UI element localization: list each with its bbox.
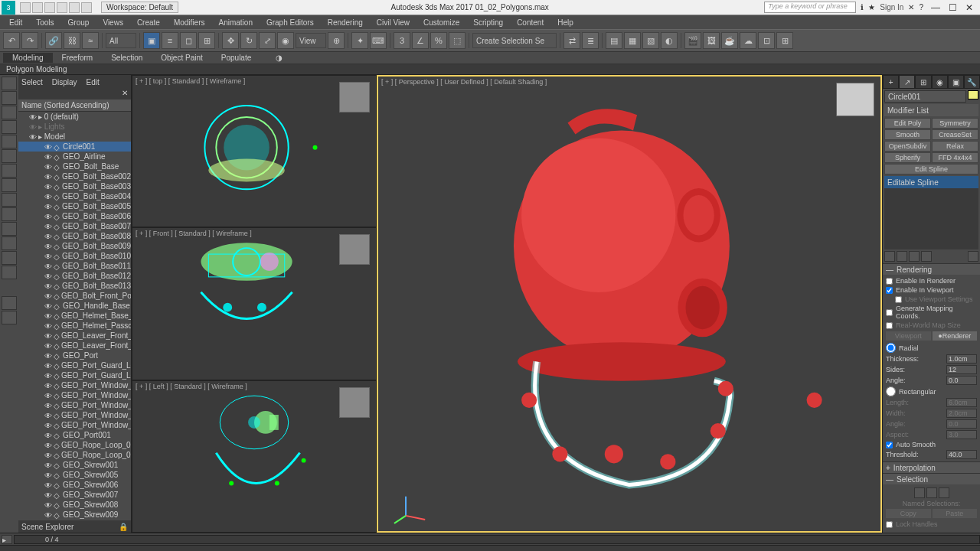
se-name-column[interactable]: Name (Sorted Ascending)	[18, 99, 131, 112]
hierarchy-tab-icon[interactable]: ⊞	[915, 75, 931, 89]
keyboard-button[interactable]: ⌨	[370, 32, 387, 49]
pin-stack-icon[interactable]	[884, 251, 895, 262]
tree-item[interactable]: 👁◇GEO_Port001	[18, 430, 131, 440]
tree-item[interactable]: 👁◇GEO_Handle_Base	[18, 301, 131, 311]
percent-snap-button[interactable]: %	[430, 32, 447, 49]
tree-item[interactable]: 👁◇GEO_Rope_Loop_01	[18, 440, 131, 450]
tree-item[interactable]: 👁◇GEO_Leaver_Front_S	[18, 341, 131, 350]
move-button[interactable]: ✥	[222, 32, 239, 49]
tree-item[interactable]: 👁◇GEO_Bolt_Front_Por	[18, 291, 131, 301]
se-tool-15[interactable]	[2, 296, 17, 310]
tree-item[interactable]: 👁◇GEO_Port_Window_I	[18, 390, 131, 400]
tree-item[interactable]: 👁◇GEO_Port_Guard_Le	[18, 370, 131, 380]
render-preset-button[interactable]: ☁	[740, 32, 756, 49]
viewcube-front[interactable]	[339, 234, 370, 265]
modify-tab-icon[interactable]: ↗	[899, 75, 915, 89]
viewcube-persp[interactable]	[836, 83, 874, 116]
se-tool-7[interactable]	[2, 164, 17, 178]
tree-item[interactable]: 👁◇GEO_Bolt_Base005	[18, 201, 131, 211]
smooth-button[interactable]: Smooth	[884, 129, 931, 140]
material-editor-button[interactable]: ◐	[661, 32, 678, 49]
viewcube-left[interactable]	[339, 387, 370, 418]
editspline-button[interactable]: Edit Spline	[884, 164, 978, 174]
se-tool-12[interactable]	[2, 236, 17, 250]
tree-item[interactable]: 👁◇GEO_Port_Window_I	[18, 410, 131, 420]
menu-content[interactable]: Content	[511, 17, 550, 28]
viewport-top-label[interactable]: [ + ] [ top ] [ Standard ] [ Wireframe ]	[136, 77, 245, 85]
ribbon-tab-objectpaint[interactable]: Object Paint	[152, 53, 211, 63]
tree-item[interactable]: 👁◇Circle001	[18, 142, 131, 152]
scene-tree[interactable]: 👁▸ 0 (default)👁▸ Lights👁▸ Model👁◇Circle0…	[18, 112, 131, 520]
se-tool-14[interactable]	[2, 266, 17, 279]
menu-views[interactable]: Views	[96, 17, 129, 28]
spinner-snap-button[interactable]: ⬚	[449, 32, 466, 49]
thickness-spinner[interactable]: 1.0cm	[946, 354, 977, 364]
modifier-stack-empty[interactable]	[884, 188, 978, 249]
render-setup-button[interactable]: 🎬	[684, 32, 701, 49]
scale-button[interactable]: ⤢	[259, 32, 276, 49]
spline-subobj-icon[interactable]	[939, 487, 949, 498]
ribbon-tab-selection[interactable]: Selection	[102, 53, 152, 63]
tree-group[interactable]: 👁▸ 0 (default)	[18, 112, 131, 122]
save-icon[interactable]	[44, 2, 55, 13]
object-color-swatch[interactable]	[968, 90, 978, 99]
se-tool-13[interactable]	[2, 251, 17, 265]
undo-icon[interactable]	[57, 2, 67, 13]
make-unique-icon[interactable]	[909, 251, 920, 262]
tree-item[interactable]: 👁◇GEO_Bolt_Base010	[18, 251, 131, 261]
se-tool-16[interactable]	[2, 311, 17, 324]
angle-snap-button[interactable]: ∠	[412, 32, 429, 49]
remove-mod-icon[interactable]	[921, 251, 932, 262]
spherify-button[interactable]: Spherify	[884, 152, 931, 163]
exchange-icon[interactable]: ✕	[908, 3, 914, 11]
rotate-button[interactable]: ↻	[240, 32, 257, 49]
mirror-button[interactable]: ⇄	[564, 32, 580, 49]
time-slider[interactable]: ▸ 0 / 4	[0, 533, 980, 545]
sides-spinner[interactable]: 12	[946, 365, 977, 374]
ribbon-tab-modeling[interactable]: Modeling	[3, 53, 53, 63]
select-rect-button[interactable]: ◻	[180, 32, 197, 49]
new-icon[interactable]	[20, 2, 31, 13]
track-bar[interactable]	[0, 545, 980, 551]
se-tool-4[interactable]	[2, 120, 17, 134]
star-icon[interactable]: ★	[868, 3, 875, 11]
threshold-spinner[interactable]: 40.0	[946, 450, 977, 459]
link-icon[interactable]	[81, 2, 92, 13]
window-crossing-button[interactable]: ⊞	[198, 32, 215, 49]
tree-item[interactable]: 👁◇GEO_Port_Window_I	[18, 420, 131, 430]
vertex-subobj-icon[interactable]	[914, 487, 925, 498]
viewport-front[interactable]: [ + ] [ Front ] [ Standard ] [ Wireframe…	[132, 227, 377, 380]
menu-modifiers[interactable]: Modifiers	[168, 17, 211, 28]
tree-item[interactable]: 👁◇GEO_Skrew008	[18, 500, 131, 510]
tree-item[interactable]: 👁◇GEO_Skrew001	[18, 460, 131, 470]
use-viewport-settings-checkbox[interactable]	[895, 296, 902, 303]
select-name-button[interactable]: ≡	[162, 32, 178, 49]
display-tab-icon[interactable]: ▣	[948, 75, 964, 89]
menu-edit[interactable]: Edit	[3, 17, 28, 28]
tree-item[interactable]: 👁◇GEO_Leaver_Front_S	[18, 331, 131, 341]
segment-subobj-icon[interactable]	[926, 487, 937, 498]
se-tool-2[interactable]	[2, 91, 17, 105]
menu-animation[interactable]: Animation	[212, 17, 258, 28]
se-tool-5[interactable]	[2, 135, 17, 148]
menu-grapheditors[interactable]: Graph Editors	[260, 17, 320, 28]
object-name-field[interactable]: Circle001	[884, 90, 966, 103]
unlink-button[interactable]: ⛓	[64, 32, 80, 49]
curve-editor-button[interactable]: ▦	[624, 32, 641, 49]
enable-renderer-checkbox[interactable]	[886, 278, 893, 285]
configure-sets-icon[interactable]	[968, 251, 978, 262]
se-tool-9[interactable]	[2, 193, 17, 207]
undo-button[interactable]: ↶	[3, 32, 20, 49]
se-tool-11[interactable]	[2, 222, 17, 236]
se-close-icon[interactable]: ✕	[122, 89, 128, 99]
ffd-button[interactable]: FFD 4x4x4	[932, 152, 978, 163]
se-tool-3[interactable]	[2, 106, 17, 119]
snap-toggle-button[interactable]: 3	[394, 32, 410, 49]
workspace-dropdown[interactable]: Workspace: Default	[101, 2, 178, 13]
utilities-tab-icon[interactable]: 🔧	[964, 75, 980, 89]
modifier-list-dropdown[interactable]: Modifier List	[884, 104, 978, 116]
open-icon[interactable]	[32, 2, 43, 13]
tree-item[interactable]: 👁◇GEO_Bolt_Base	[18, 161, 131, 171]
tree-item[interactable]: 👁◇GEO_Bolt_Base003	[18, 181, 131, 191]
show-result-icon[interactable]	[897, 251, 907, 262]
